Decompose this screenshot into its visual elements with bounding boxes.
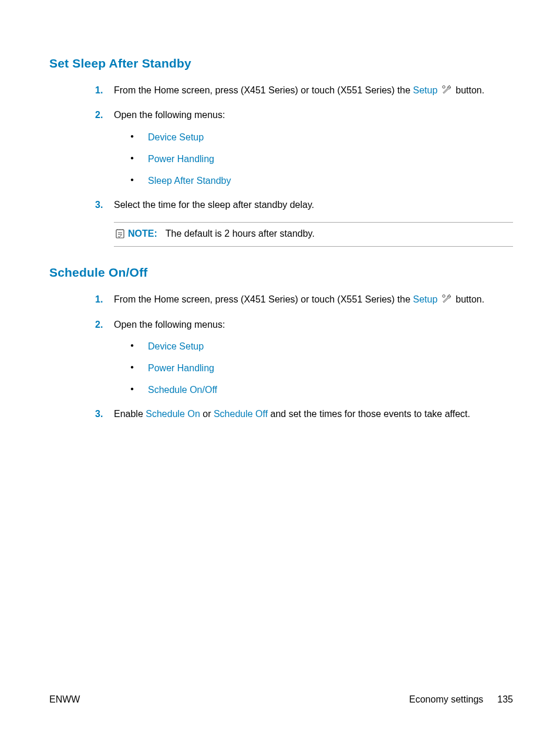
step-1-1: 1. From the Home screen, press (X451 Ser… xyxy=(95,83,513,98)
step-text: Enable xyxy=(114,409,146,419)
step-num: 1. xyxy=(95,83,103,97)
schedule-off-link: Schedule Off xyxy=(214,409,268,419)
bullet-list: Device Setup Power Handling Sleep After … xyxy=(130,130,513,188)
step-2-1: 1. From the Home screen, press (X451 Ser… xyxy=(95,293,513,307)
step-text-post: button. xyxy=(453,85,484,95)
step-text: From the Home screen, press (X451 Series… xyxy=(114,294,413,304)
page-footer: ENWW Economy settings 135 xyxy=(49,694,513,705)
heading-schedule: Schedule On/Off xyxy=(49,266,513,280)
step-num: 2. xyxy=(95,108,103,122)
bullet-item: Power Handling xyxy=(130,152,513,166)
bullet-item: Power Handling xyxy=(130,361,513,375)
note-text: The default is 2 hours after standby. xyxy=(166,228,315,239)
setup-link: Setup xyxy=(413,294,438,304)
step-text: From the Home screen, press (X451 Series… xyxy=(114,85,413,95)
step-text: Open the following menus: xyxy=(114,110,225,120)
heading-set-sleep: Set Sleep After Standby xyxy=(49,56,513,70)
menu-sleep-after-standby: Sleep After Standby xyxy=(148,176,231,186)
footer-left: ENWW xyxy=(49,694,80,705)
note-icon xyxy=(114,227,127,240)
menu-power-handling: Power Handling xyxy=(148,154,214,164)
footer-section-label: Economy settings xyxy=(409,694,483,705)
svg-point-2 xyxy=(443,295,445,297)
step-num: 3. xyxy=(95,198,103,211)
note-label: NOTE: xyxy=(128,228,157,239)
step-2-2: 2. Open the following menus: Device Setu… xyxy=(95,318,513,397)
steps-list-2: 1. From the Home screen, press (X451 Ser… xyxy=(95,293,513,421)
step-num: 2. xyxy=(95,318,103,331)
setup-link: Setup xyxy=(413,85,438,95)
step-num: 1. xyxy=(95,293,103,306)
menu-device-setup: Device Setup xyxy=(148,341,204,351)
menu-schedule-onoff: Schedule On/Off xyxy=(148,385,217,395)
step-text-mid: or xyxy=(200,409,214,419)
step-1-3: 3. Select the time for the sleep after s… xyxy=(95,198,513,211)
menu-power-handling: Power Handling xyxy=(148,363,214,373)
menu-device-setup: Device Setup xyxy=(148,132,204,142)
step-text: Select the time for the sleep after stan… xyxy=(114,200,314,210)
step-text-post: and set the times for those events to ta… xyxy=(268,409,470,419)
step-num: 3. xyxy=(95,407,103,421)
bullet-item: Device Setup xyxy=(130,130,513,144)
bullet-list: Device Setup Power Handling Schedule On/… xyxy=(130,340,513,397)
setup-wrench-icon xyxy=(441,84,452,98)
step-2-3: 3. Enable Schedule On or Schedule Off an… xyxy=(95,407,513,421)
setup-wrench-icon xyxy=(441,293,452,307)
note-box: NOTE: The default is 2 hours after stand… xyxy=(114,222,513,247)
step-1-2: 2. Open the following menus: Device Setu… xyxy=(95,108,513,187)
bullet-item: Device Setup xyxy=(130,340,513,353)
schedule-on-link: Schedule On xyxy=(146,409,200,419)
steps-list-1: 1. From the Home screen, press (X451 Ser… xyxy=(95,83,513,211)
step-text-post: button. xyxy=(453,294,484,304)
bullet-item: Sleep After Standby xyxy=(130,174,513,187)
step-text: Open the following menus: xyxy=(114,320,225,330)
bullet-item: Schedule On/Off xyxy=(130,383,513,396)
footer-page-number: 135 xyxy=(497,694,513,705)
svg-point-0 xyxy=(443,86,445,88)
